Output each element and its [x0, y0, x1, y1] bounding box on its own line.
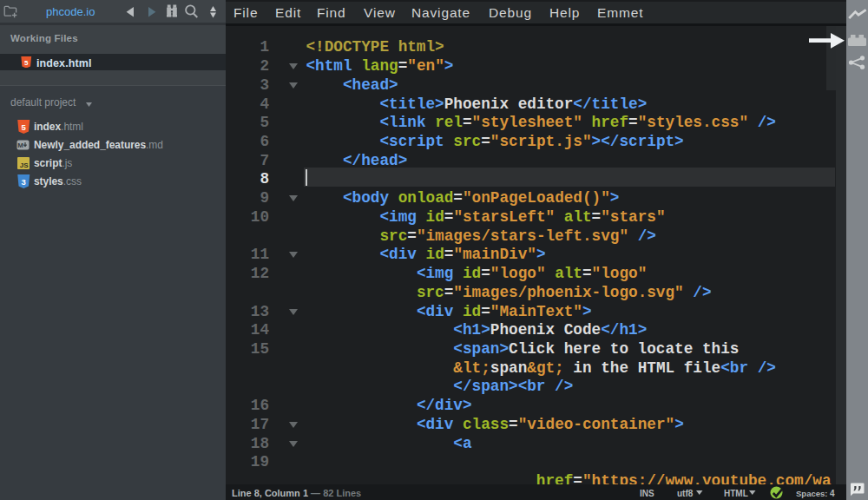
svg-text:5: 5: [24, 58, 29, 66]
svg-text:5: 5: [22, 122, 27, 131]
svg-text:JS: JS: [20, 161, 29, 169]
svg-text:M: M: [17, 141, 23, 149]
svg-text:3: 3: [22, 176, 26, 186]
